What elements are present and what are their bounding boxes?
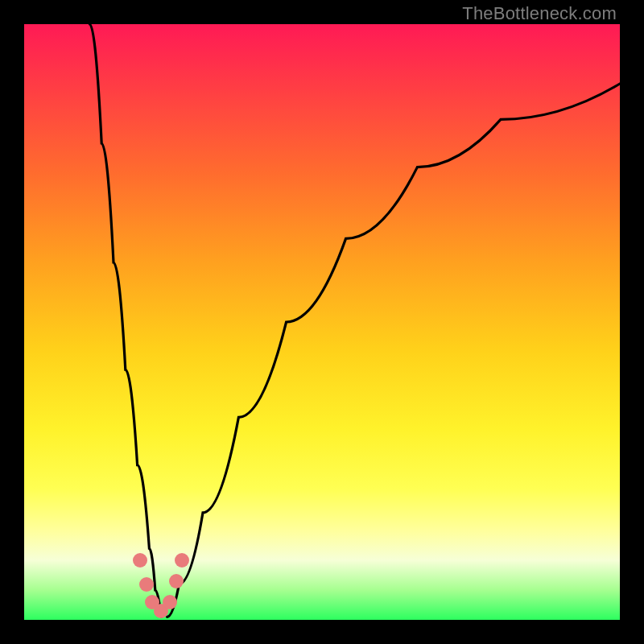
curve-layer [24, 24, 620, 620]
data-point-marker [169, 574, 184, 588]
left-branch-curve [89, 24, 161, 617]
data-point-marker [163, 595, 177, 609]
chart-frame: TheBottleneck.com [0, 0, 644, 644]
data-point-marker [175, 553, 189, 568]
data-point-marker [139, 577, 154, 592]
plot-area [24, 24, 620, 620]
right-branch-curve [167, 84, 620, 617]
watermark-text: TheBottleneck.com [462, 3, 617, 24]
